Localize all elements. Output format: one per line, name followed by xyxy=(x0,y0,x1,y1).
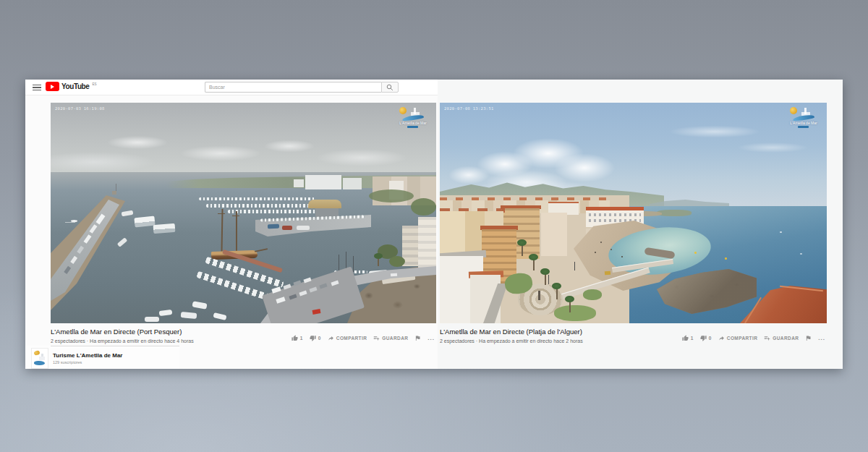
sea-sparkle xyxy=(800,253,802,255)
dislike-button[interactable]: 0 xyxy=(310,335,321,341)
watermark-text: L'Ametlla de Mar xyxy=(395,121,431,125)
palm-crown xyxy=(540,268,550,275)
window-band xyxy=(589,213,641,216)
boat-wave-icon xyxy=(34,361,45,365)
report-button[interactable] xyxy=(414,335,421,341)
buoy xyxy=(694,252,697,254)
boat-wake xyxy=(65,222,75,223)
youtube-header: YouTube ES xyxy=(25,80,438,95)
flag-icon xyxy=(414,335,421,341)
watermark-banner xyxy=(798,126,809,128)
save-label: GUARDAR xyxy=(773,336,799,341)
beach-person-dot xyxy=(595,252,596,253)
youtube-logo[interactable]: YouTube ES xyxy=(46,82,97,91)
search-icon xyxy=(386,84,393,91)
thumbs-up-icon xyxy=(292,335,298,341)
save-button[interactable]: GUARDAR xyxy=(373,335,408,341)
info-divider xyxy=(51,346,179,346)
search-input[interactable] xyxy=(205,82,381,93)
camera-timestamp: 2020-07-08 13:23:51 xyxy=(444,106,494,111)
sun-icon xyxy=(33,350,41,356)
beach-person-dot xyxy=(621,256,623,257)
more-button[interactable]: ... xyxy=(818,335,825,341)
schooner-yard xyxy=(232,216,239,216)
vegetation xyxy=(369,189,414,202)
channel-avatar[interactable] xyxy=(31,348,48,369)
fishing-boat xyxy=(297,226,310,230)
small-boat xyxy=(145,317,159,322)
menu-icon[interactable] xyxy=(33,85,41,90)
headland xyxy=(657,210,692,216)
hotel-block xyxy=(343,178,362,189)
sea-sparkle xyxy=(780,231,782,233)
like-count: 1 xyxy=(691,336,694,341)
tree xyxy=(389,256,405,267)
video-actions: 1 0 COMPARTIR GUARDAR ... xyxy=(292,335,435,341)
palm-crown xyxy=(552,283,561,289)
save-label: GUARDAR xyxy=(382,336,408,341)
search-button[interactable] xyxy=(381,82,399,93)
video-info-port-pesquer: L'Ametlla de Mar en Directe (Port Pesque… xyxy=(51,328,436,345)
share-icon xyxy=(328,335,334,341)
dislike-count: 0 xyxy=(318,336,321,341)
flag-icon xyxy=(805,335,812,341)
palm-crown xyxy=(565,296,574,302)
youtube-play-icon xyxy=(46,82,59,91)
schooner-yard xyxy=(218,213,225,214)
streetlamp xyxy=(548,275,549,284)
palm-crown xyxy=(374,253,383,259)
vegetation xyxy=(411,198,436,216)
warehouse-curved-roof xyxy=(308,200,341,208)
fishing-boat xyxy=(282,226,292,230)
marina-boat-row xyxy=(199,197,315,200)
video-player-port-pesquer[interactable]: 2020-07-03 16:19:08 L'Ametlla de Mar xyxy=(51,103,436,323)
sun-icon xyxy=(399,107,407,114)
thumbs-up-icon xyxy=(682,335,689,341)
browser-window: YouTube ES xyxy=(25,80,843,369)
like-count: 1 xyxy=(300,336,303,341)
like-button[interactable]: 1 xyxy=(292,335,303,341)
share-icon xyxy=(718,335,725,341)
lawn xyxy=(583,289,602,300)
car xyxy=(391,273,397,277)
plaza-monument xyxy=(538,291,540,300)
report-button[interactable] xyxy=(805,335,812,341)
watermark-banner xyxy=(407,126,418,128)
like-button[interactable]: 1 xyxy=(682,335,694,341)
thumbs-down-icon xyxy=(310,335,316,341)
video-actions: 1 0 COMPARTIR GUARDAR ... xyxy=(682,335,825,341)
schooner-mast xyxy=(236,211,237,252)
sailboat-mast xyxy=(339,255,339,272)
small-boat xyxy=(71,220,77,222)
share-button[interactable]: COMPARTIR xyxy=(718,335,757,341)
dislike-button[interactable]: 0 xyxy=(700,335,712,341)
camera-timestamp: 2020-07-03 16:19:08 xyxy=(55,106,105,111)
sailboat-mast xyxy=(353,256,354,272)
youtube-wordmark: YouTube xyxy=(61,82,90,90)
share-button[interactable]: COMPARTIR xyxy=(328,335,367,341)
beach-person-dot xyxy=(610,249,612,250)
clifftop-building xyxy=(418,217,436,268)
buoy xyxy=(725,257,727,260)
palm-trunk xyxy=(522,244,523,256)
palm-trunk xyxy=(533,259,535,270)
hotel-block xyxy=(294,179,304,187)
more-button[interactable]: ... xyxy=(427,335,435,341)
building xyxy=(541,213,567,256)
beach-person-dot xyxy=(600,242,602,243)
share-label: COMPARTIR xyxy=(727,336,757,341)
palm-crown xyxy=(529,254,538,260)
channel-name[interactable]: Turisme L'Ametlla de Mar xyxy=(53,352,122,359)
palm-trunk xyxy=(569,301,571,312)
search-bar xyxy=(205,82,399,93)
clouds xyxy=(51,103,436,175)
save-button[interactable]: GUARDAR xyxy=(764,335,799,341)
streetlamp xyxy=(574,262,575,270)
sun-icon xyxy=(790,107,797,114)
fishing-boat xyxy=(268,224,279,229)
palm-crown xyxy=(517,239,527,246)
video-player-platja-alguer[interactable]: 2020-07-08 13:23:51 L'Ametlla de Mar xyxy=(440,103,827,323)
lawn xyxy=(554,305,596,321)
palm-trunk xyxy=(556,288,558,299)
jetty-hut xyxy=(112,191,116,195)
